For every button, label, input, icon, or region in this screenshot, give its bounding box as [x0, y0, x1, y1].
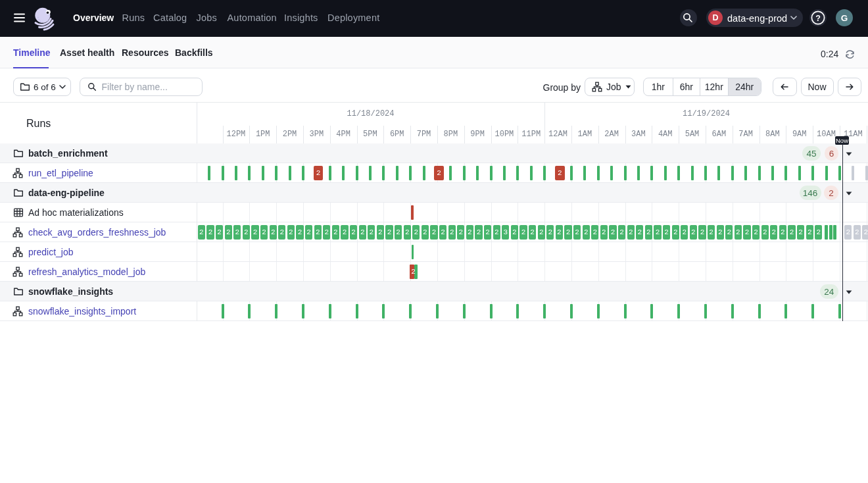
svg-text:?: ?: [815, 14, 821, 23]
